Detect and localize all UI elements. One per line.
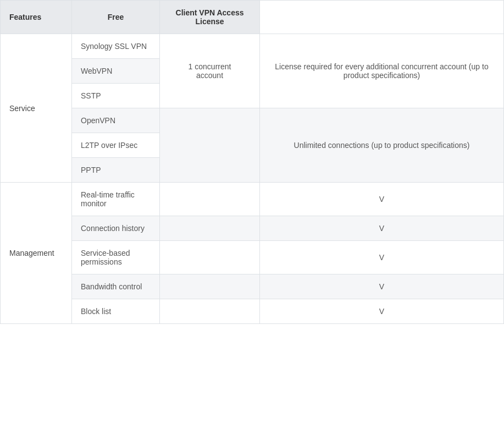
- table-header-row: Features Free Client VPN Access License: [1, 1, 504, 34]
- table-row: Service-based permissionsV: [1, 241, 504, 274]
- table-row: ManagementReal-time traffic monitorV: [1, 183, 504, 216]
- free-value: [160, 299, 260, 324]
- feature-name: PPTP: [72, 158, 160, 183]
- license-value: V: [260, 216, 504, 241]
- license-value: License required for every additional co…: [260, 34, 504, 108]
- free-value: 1 concurrent account: [160, 34, 260, 108]
- table-row: Connection historyV: [1, 216, 504, 241]
- free-value: [160, 241, 260, 274]
- feature-name: Connection history: [72, 216, 160, 241]
- feature-name: Synology SSL VPN: [72, 34, 160, 59]
- header-free: Free: [72, 1, 160, 34]
- header-features: Features: [1, 1, 72, 34]
- table-row: OpenVPNUnlimited connections (up to prod…: [1, 108, 504, 133]
- license-value: V: [260, 274, 504, 299]
- free-value: [160, 183, 260, 216]
- feature-name: WebVPN: [72, 59, 160, 84]
- table-row: Block listV: [1, 299, 504, 324]
- category-service: Service: [1, 34, 72, 183]
- table-row: Bandwidth controlV: [1, 274, 504, 299]
- free-value: [160, 216, 260, 241]
- category-management: Management: [1, 183, 72, 324]
- header-license: Client VPN Access License: [160, 1, 260, 34]
- feature-name: L2TP over IPsec: [72, 133, 160, 158]
- license-value: V: [260, 299, 504, 324]
- license-value: Unlimited connections (up to product spe…: [260, 108, 504, 183]
- free-value: [160, 274, 260, 299]
- feature-name: OpenVPN: [72, 108, 160, 133]
- license-value: V: [260, 183, 504, 216]
- comparison-table-wrapper: Features Free Client VPN Access License …: [0, 0, 504, 324]
- feature-name: Service-based permissions: [72, 241, 160, 274]
- table-row: ServiceSynology SSL VPN1 concurrent acco…: [1, 34, 504, 59]
- license-value: V: [260, 241, 504, 274]
- feature-name: Real-time traffic monitor: [72, 183, 160, 216]
- feature-name: SSTP: [72, 84, 160, 108]
- comparison-table: Features Free Client VPN Access License …: [0, 0, 504, 324]
- free-value: [160, 108, 260, 183]
- feature-name: Bandwidth control: [72, 274, 160, 299]
- feature-name: Block list: [72, 299, 160, 324]
